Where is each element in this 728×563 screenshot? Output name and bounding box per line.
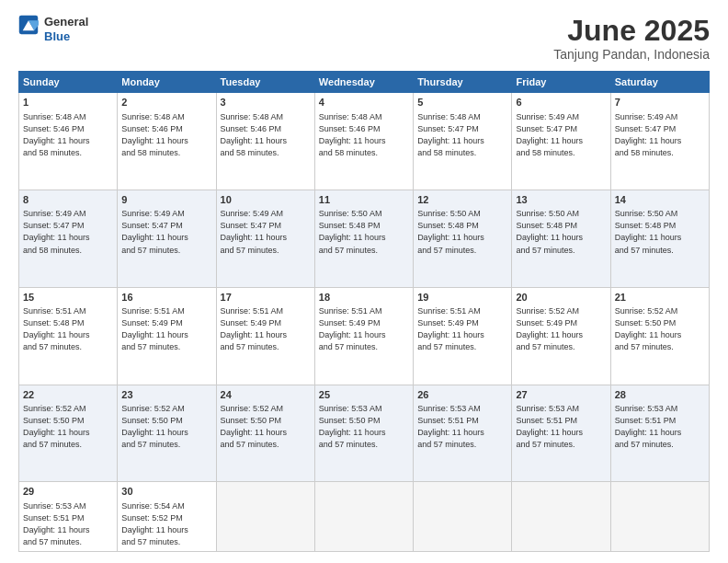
day-info: Sunrise: 5:49 AM Sunset: 5:47 PM Dayligh…	[516, 111, 606, 159]
day-number: 30	[121, 485, 211, 499]
day-number: 10	[221, 193, 311, 207]
calendar-day-cell: 17Sunrise: 5:51 AM Sunset: 5:49 PM Dayli…	[216, 287, 314, 385]
calendar-day-cell: 3Sunrise: 5:48 AM Sunset: 5:46 PM Daylig…	[216, 93, 314, 190]
calendar-week-row: 29Sunrise: 5:53 AM Sunset: 5:51 PM Dayli…	[19, 482, 710, 552]
logo-text: General Blue	[44, 15, 88, 43]
day-number: 26	[417, 388, 507, 402]
title-block: June 2025 Tanjung Pandan, Indonesia	[553, 15, 710, 62]
calendar-day-cell: 9Sunrise: 5:49 AM Sunset: 5:47 PM Daylig…	[118, 190, 216, 287]
day-info: Sunrise: 5:51 AM Sunset: 5:48 PM Dayligh…	[23, 305, 113, 353]
calendar-day-cell: 20Sunrise: 5:52 AM Sunset: 5:49 PM Dayli…	[512, 287, 610, 385]
day-info: Sunrise: 5:52 AM Sunset: 5:50 PM Dayligh…	[221, 403, 311, 451]
day-number: 6	[516, 96, 606, 109]
calendar-day-cell: 14Sunrise: 5:50 AM Sunset: 5:48 PM Dayli…	[610, 190, 709, 287]
day-number: 27	[516, 388, 606, 402]
logo: General Blue	[18, 15, 88, 43]
calendar-table: SundayMondayTuesdayWednesdayThursdayFrid…	[18, 71, 710, 552]
calendar-day-cell	[314, 482, 413, 552]
calendar-day-cell: 25Sunrise: 5:53 AM Sunset: 5:50 PM Dayli…	[314, 385, 413, 482]
logo-general-text: General	[44, 15, 88, 29]
calendar-day-cell: 2Sunrise: 5:48 AM Sunset: 5:46 PM Daylig…	[118, 93, 216, 190]
day-number: 9	[121, 193, 211, 207]
calendar-day-cell: 29Sunrise: 5:53 AM Sunset: 5:51 PM Dayli…	[19, 482, 118, 552]
day-number: 3	[221, 96, 311, 109]
day-number: 11	[319, 193, 409, 207]
day-info: Sunrise: 5:48 AM Sunset: 5:46 PM Dayligh…	[221, 111, 311, 159]
day-number: 19	[417, 291, 507, 304]
calendar-header-row: SundayMondayTuesdayWednesdayThursdayFrid…	[19, 72, 710, 93]
calendar-day-cell: 15Sunrise: 5:51 AM Sunset: 5:48 PM Dayli…	[19, 287, 118, 385]
calendar-day-cell: 5Sunrise: 5:48 AM Sunset: 5:47 PM Daylig…	[414, 93, 512, 190]
calendar-day-cell: 22Sunrise: 5:52 AM Sunset: 5:50 PM Dayli…	[19, 385, 118, 482]
day-number: 21	[615, 291, 705, 304]
day-number: 5	[417, 96, 507, 109]
calendar-day-cell: 18Sunrise: 5:51 AM Sunset: 5:49 PM Dayli…	[314, 287, 413, 385]
day-number: 15	[23, 291, 113, 304]
day-info: Sunrise: 5:49 AM Sunset: 5:47 PM Dayligh…	[23, 208, 113, 256]
calendar-week-row: 1Sunrise: 5:48 AM Sunset: 5:46 PM Daylig…	[19, 93, 710, 190]
calendar-day-header: Wednesday	[314, 72, 413, 93]
page: General Blue June 2025 Tanjung Pandan, I…	[0, 0, 728, 563]
calendar-day-cell: 1Sunrise: 5:48 AM Sunset: 5:46 PM Daylig…	[19, 93, 118, 190]
day-info: Sunrise: 5:52 AM Sunset: 5:50 PM Dayligh…	[23, 403, 113, 451]
day-info: Sunrise: 5:51 AM Sunset: 5:49 PM Dayligh…	[121, 305, 211, 353]
day-info: Sunrise: 5:54 AM Sunset: 5:52 PM Dayligh…	[121, 500, 211, 548]
day-number: 2	[121, 96, 211, 109]
day-info: Sunrise: 5:50 AM Sunset: 5:48 PM Dayligh…	[516, 208, 606, 256]
calendar-day-cell: 26Sunrise: 5:53 AM Sunset: 5:51 PM Dayli…	[414, 385, 512, 482]
day-number: 8	[23, 193, 113, 207]
day-info: Sunrise: 5:48 AM Sunset: 5:46 PM Dayligh…	[23, 111, 113, 159]
calendar-day-cell: 30Sunrise: 5:54 AM Sunset: 5:52 PM Dayli…	[118, 482, 216, 552]
day-info: Sunrise: 5:51 AM Sunset: 5:49 PM Dayligh…	[319, 305, 409, 353]
day-number: 16	[121, 291, 211, 304]
logo-icon	[18, 15, 39, 35]
day-number: 13	[516, 193, 606, 207]
calendar-day-cell: 28Sunrise: 5:53 AM Sunset: 5:51 PM Dayli…	[610, 385, 709, 482]
calendar-day-cell	[414, 482, 512, 552]
day-info: Sunrise: 5:50 AM Sunset: 5:48 PM Dayligh…	[417, 208, 507, 256]
calendar-day-header: Friday	[512, 72, 610, 93]
day-number: 23	[121, 388, 211, 402]
day-info: Sunrise: 5:48 AM Sunset: 5:47 PM Dayligh…	[417, 111, 507, 159]
day-number: 24	[221, 388, 311, 402]
calendar-day-cell: 27Sunrise: 5:53 AM Sunset: 5:51 PM Dayli…	[512, 385, 610, 482]
day-info: Sunrise: 5:48 AM Sunset: 5:46 PM Dayligh…	[121, 111, 211, 159]
calendar-day-cell: 24Sunrise: 5:52 AM Sunset: 5:50 PM Dayli…	[216, 385, 314, 482]
day-number: 14	[615, 193, 705, 207]
day-info: Sunrise: 5:50 AM Sunset: 5:48 PM Dayligh…	[615, 208, 705, 256]
calendar-day-header: Saturday	[610, 72, 709, 93]
day-number: 18	[319, 291, 409, 304]
day-info: Sunrise: 5:51 AM Sunset: 5:49 PM Dayligh…	[221, 305, 311, 353]
calendar-day-cell: 7Sunrise: 5:49 AM Sunset: 5:47 PM Daylig…	[610, 93, 709, 190]
calendar-day-cell	[610, 482, 709, 552]
calendar-day-cell: 6Sunrise: 5:49 AM Sunset: 5:47 PM Daylig…	[512, 93, 610, 190]
calendar-day-header: Monday	[118, 72, 216, 93]
calendar-day-cell	[512, 482, 610, 552]
day-info: Sunrise: 5:52 AM Sunset: 5:50 PM Dayligh…	[121, 403, 211, 451]
calendar-day-cell: 13Sunrise: 5:50 AM Sunset: 5:48 PM Dayli…	[512, 190, 610, 287]
calendar-day-header: Thursday	[414, 72, 512, 93]
calendar-day-cell	[216, 482, 314, 552]
calendar-day-cell: 11Sunrise: 5:50 AM Sunset: 5:48 PM Dayli…	[314, 190, 413, 287]
calendar-week-row: 8Sunrise: 5:49 AM Sunset: 5:47 PM Daylig…	[19, 190, 710, 287]
calendar-day-cell: 21Sunrise: 5:52 AM Sunset: 5:50 PM Dayli…	[610, 287, 709, 385]
calendar-day-header: Tuesday	[216, 72, 314, 93]
calendar-title: June 2025	[553, 15, 710, 47]
day-info: Sunrise: 5:53 AM Sunset: 5:51 PM Dayligh…	[417, 403, 507, 451]
logo-blue-text: Blue	[44, 29, 88, 44]
day-info: Sunrise: 5:48 AM Sunset: 5:46 PM Dayligh…	[319, 111, 409, 159]
day-info: Sunrise: 5:49 AM Sunset: 5:47 PM Dayligh…	[615, 111, 705, 159]
day-info: Sunrise: 5:53 AM Sunset: 5:51 PM Dayligh…	[516, 403, 606, 451]
calendar-day-cell: 8Sunrise: 5:49 AM Sunset: 5:47 PM Daylig…	[19, 190, 118, 287]
calendar-week-row: 22Sunrise: 5:52 AM Sunset: 5:50 PM Dayli…	[19, 385, 710, 482]
day-info: Sunrise: 5:53 AM Sunset: 5:51 PM Dayligh…	[23, 500, 113, 548]
calendar-day-cell: 19Sunrise: 5:51 AM Sunset: 5:49 PM Dayli…	[414, 287, 512, 385]
day-number: 17	[221, 291, 311, 304]
day-number: 20	[516, 291, 606, 304]
day-info: Sunrise: 5:52 AM Sunset: 5:49 PM Dayligh…	[516, 305, 606, 353]
day-number: 1	[23, 96, 113, 109]
day-info: Sunrise: 5:51 AM Sunset: 5:49 PM Dayligh…	[417, 305, 507, 353]
day-number: 28	[615, 388, 705, 402]
calendar-day-cell: 23Sunrise: 5:52 AM Sunset: 5:50 PM Dayli…	[118, 385, 216, 482]
day-info: Sunrise: 5:50 AM Sunset: 5:48 PM Dayligh…	[319, 208, 409, 256]
